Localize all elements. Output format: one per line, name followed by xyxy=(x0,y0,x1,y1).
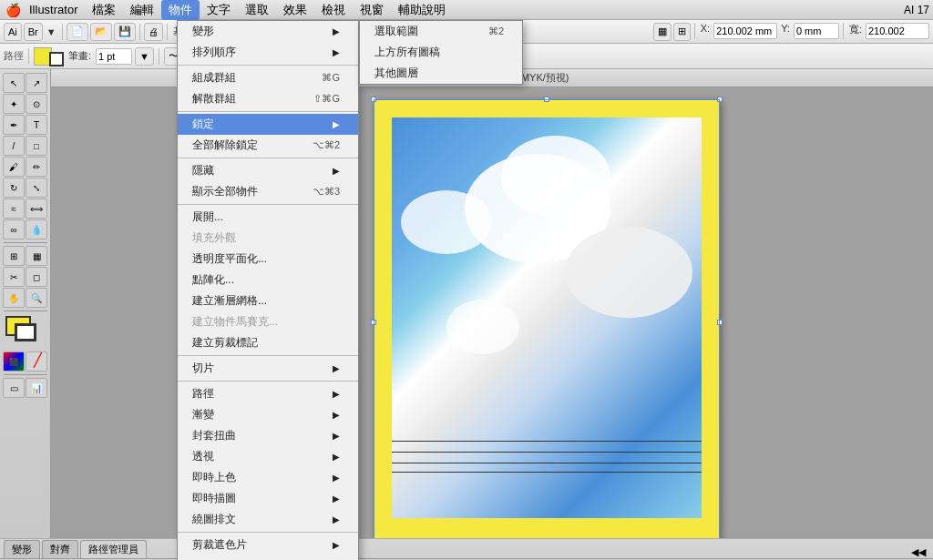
pen-tool[interactable]: ✒ xyxy=(3,115,25,135)
pencil-tool[interactable]: ✏ xyxy=(26,157,47,177)
brush-tool[interactable]: 🖌 xyxy=(3,157,25,177)
path-label: 路徑 xyxy=(4,49,24,63)
open-btn[interactable]: 📂 xyxy=(90,23,112,41)
tool-row-3: ✒ T xyxy=(3,115,47,135)
menu-rasterize[interactable]: 點陣化... xyxy=(178,270,358,290)
hand-tool[interactable]: ✋ xyxy=(3,288,25,308)
eraser-tool[interactable]: ◻ xyxy=(26,267,47,287)
br-button[interactable]: Br xyxy=(24,23,43,41)
separator2 xyxy=(139,24,140,40)
menubar-view[interactable]: 檢視 xyxy=(314,0,353,20)
tab-pathfinder[interactable]: 路徑管理員 xyxy=(80,540,147,558)
line-tool[interactable]: / xyxy=(3,136,25,156)
opacity-input[interactable] xyxy=(387,24,424,40)
handle-tr[interactable] xyxy=(717,97,723,102)
menu-create-mosaic[interactable]: 建立物件馬賽克... xyxy=(178,311,358,332)
stroke-color-btn[interactable] xyxy=(49,52,64,66)
print-btn[interactable]: 🖨 xyxy=(144,23,163,41)
menu-text-wrap[interactable]: 繞圖排文 ▶ xyxy=(178,509,358,530)
menu-compound-path[interactable]: 複合路徑 ▶ xyxy=(178,555,358,560)
save-btn[interactable]: 💾 xyxy=(114,23,136,41)
scissors-tool[interactable]: ✂ xyxy=(3,267,25,287)
blend-tool[interactable]: ∞ xyxy=(3,219,25,239)
menu-blend[interactable]: 漸變 ▶ xyxy=(178,404,358,425)
menubar-object[interactable]: 物件 xyxy=(161,0,200,20)
menu-show-all[interactable]: 顯示全部物件 ⌥⌘3 xyxy=(178,181,358,202)
scale-tool[interactable]: ⤡ xyxy=(26,178,47,198)
w-input[interactable] xyxy=(866,23,929,39)
rect-tool[interactable]: □ xyxy=(26,136,47,156)
menu-slice[interactable]: 切片 ▶ xyxy=(178,358,358,379)
eyedrop-tool[interactable]: 💧 xyxy=(26,219,47,239)
warp-tool[interactable]: ≈ xyxy=(3,199,25,219)
menu-crop-marks[interactable]: 建立剪裁標記 xyxy=(178,332,358,353)
menubar-select[interactable]: 選取 xyxy=(238,0,276,20)
menu-clipping-mask[interactable]: 剪裁遮色片 ▶ xyxy=(178,535,358,555)
rotate-tool[interactable]: ↻ xyxy=(3,178,25,198)
ungroup-shortcut: ⇧⌘G xyxy=(313,93,340,105)
menubar-illustrator[interactable]: Illustrator xyxy=(22,1,85,18)
graph-tool[interactable]: 📊 xyxy=(26,378,47,398)
menu-fill-appearance[interactable]: 填充外觀 xyxy=(178,228,358,249)
y-input[interactable] xyxy=(794,23,839,39)
handle-ml[interactable] xyxy=(371,320,376,325)
menu-perspective[interactable]: 透視 ▶ xyxy=(178,446,358,467)
menubar-edit[interactable]: 編輯 xyxy=(123,0,161,20)
magic-wand-tool[interactable]: ✦ xyxy=(3,94,25,114)
menubar-text[interactable]: 文字 xyxy=(200,0,238,20)
tool-row-7: ≈ ⟺ xyxy=(3,199,47,219)
main-area: ↖ ↗ ✦ ⊙ ✒ T / □ 🖌 ✏ ↻ ⤡ ≈ ⟺ ∞ 💧 xyxy=(0,69,933,538)
menu-flatten-transparency[interactable]: 透明度平面化... xyxy=(178,249,358,270)
menu-live-trace[interactable]: 即時描圖 ▶ xyxy=(178,488,358,509)
menu-create-gradient-mesh[interactable]: 建立漸層網格... xyxy=(178,290,358,311)
menubar-window[interactable]: 視窗 xyxy=(353,0,391,20)
x-input[interactable] xyxy=(713,23,777,39)
menu-arrange[interactable]: 排列順序 ▶ xyxy=(178,42,358,63)
screen-mode-btn[interactable]: ▭ xyxy=(3,378,25,398)
stroke-dropdown[interactable]: ▼ xyxy=(135,47,154,66)
menu-transform[interactable]: 變形 ▶ xyxy=(178,21,358,42)
toolbar-top: Ai Br ▼ 📄 📂 💾 🖨 基本 ▼ ⟲ ⊕ 模式: 正常 不透明度: % … xyxy=(0,20,933,44)
select-tool[interactable]: ↖ xyxy=(3,73,25,93)
menu-lock[interactable]: 鎖定 ▶ xyxy=(178,114,358,135)
menu-sep-5 xyxy=(178,355,358,356)
stroke-swatch[interactable] xyxy=(15,323,36,341)
menu-sep-3 xyxy=(178,158,358,158)
align-btn[interactable]: ▦ xyxy=(653,23,672,41)
none-btn[interactable]: ╱ xyxy=(26,351,47,372)
apple-menu[interactable]: 🍎 xyxy=(4,3,22,17)
menu-group[interactable]: 組成群組 ⌘G xyxy=(178,67,358,88)
menu-ungroup[interactable]: 解散群組 ⇧⌘G xyxy=(178,88,358,109)
tab-transform[interactable]: 變形 xyxy=(4,540,40,558)
type-tool[interactable]: T xyxy=(26,115,47,135)
separator6 xyxy=(694,23,695,39)
handle-tc[interactable] xyxy=(544,97,549,102)
gradient-tool[interactable]: ▦ xyxy=(26,246,47,266)
new-doc-btn[interactable]: 📄 xyxy=(67,23,88,41)
menubar-file[interactable]: 檔案 xyxy=(85,0,123,20)
menu-expand[interactable]: 展開... xyxy=(178,207,358,228)
object-menu[interactable]: 變形 ▶ 排列順序 ▶ 組成群組 ⌘G 解散群組 ⇧⌘G 鎖定 ▶ 全部解除鎖定… xyxy=(177,20,359,560)
tool-row-1: ↖ ↗ xyxy=(3,73,47,93)
zoom-tool[interactable]: 🔍 xyxy=(26,288,47,308)
collapse-btn[interactable]: ◀◀ xyxy=(907,546,929,558)
distribute-btn[interactable]: ⊞ xyxy=(673,23,691,41)
menu-hide[interactable]: 隱藏 ▶ xyxy=(178,160,358,181)
width-tool[interactable]: ⟺ xyxy=(26,199,47,219)
color-mode-btn[interactable]: ⬛ xyxy=(3,351,25,372)
menubar-effect[interactable]: 效果 xyxy=(276,0,314,20)
tool-row-9: ⊞ ▦ xyxy=(3,246,47,266)
mesh-tool[interactable]: ⊞ xyxy=(3,246,25,266)
handle-mr[interactable] xyxy=(717,320,723,325)
menubar-help[interactable]: 輔助說明 xyxy=(391,0,453,20)
direct-select-tool[interactable]: ↗ xyxy=(26,73,47,93)
lasso-tool[interactable]: ⊙ xyxy=(26,94,47,114)
stroke-input[interactable] xyxy=(96,48,132,65)
menu-unlock-all[interactable]: 全部解除鎖定 ⌥⌘2 xyxy=(178,135,358,156)
handle-tl[interactable] xyxy=(371,97,376,102)
menu-live-paint[interactable]: 即時上色 ▶ xyxy=(178,467,358,488)
ai-button[interactable]: Ai xyxy=(4,23,22,41)
menu-envelope-distort[interactable]: 封套扭曲 ▶ xyxy=(178,425,358,446)
menu-path[interactable]: 路徑 ▶ xyxy=(178,383,358,404)
tab-align[interactable]: 對齊 xyxy=(42,540,78,558)
